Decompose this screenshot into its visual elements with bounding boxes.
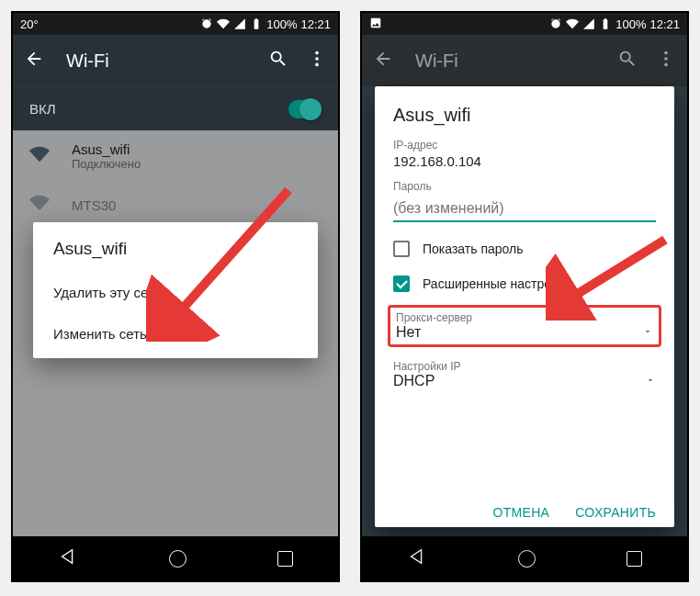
cell-signal-icon: [233, 17, 246, 30]
svg-point-2: [315, 63, 319, 67]
wifi-toggle-row[interactable]: ВКЛ: [13, 86, 338, 130]
overflow-button[interactable]: [307, 49, 327, 73]
status-bar: 100% 12:21: [362, 13, 687, 35]
alarm-icon: [549, 17, 562, 30]
page-title: Wi-Fi: [66, 51, 250, 72]
svg-point-4: [664, 51, 668, 55]
checkbox-unchecked-icon: [393, 241, 410, 257]
back-button[interactable]: [24, 49, 44, 73]
nav-home-button[interactable]: [518, 550, 536, 568]
ip-address-label: IP-адрес: [393, 139, 656, 152]
advanced-settings-label: Расширенные настройки: [423, 276, 571, 291]
battery-icon: [599, 17, 612, 30]
cancel-button[interactable]: ОТМЕНА: [493, 505, 550, 520]
battery-icon: [250, 17, 263, 30]
network-context-menu: Asus_wifi Удалить эту сеть Изменить сеть: [33, 222, 318, 358]
ip-settings-dropdown[interactable]: Настройки IP DHCP: [393, 360, 656, 389]
overflow-button[interactable]: [656, 49, 676, 73]
phone-right: 100% 12:21 Wi-Fi Asus_wifi IP-адрес 192.…: [360, 11, 689, 582]
modify-network-item[interactable]: Изменить сеть: [33, 313, 318, 354]
delete-network-item[interactable]: Удалить эту сеть: [33, 272, 318, 313]
show-password-label: Показать пароль: [423, 242, 524, 256]
nav-home-button[interactable]: [169, 550, 186, 568]
search-button[interactable]: [268, 49, 288, 73]
checkbox-checked-icon: [393, 276, 410, 292]
search-button[interactable]: [617, 49, 638, 73]
dialog-title: Asus_wifi: [393, 105, 656, 126]
status-battery-pct: 100%: [266, 17, 297, 31]
page-title: Wi-Fi: [415, 51, 599, 72]
wifi-switch[interactable]: [288, 100, 322, 118]
nav-back-button[interactable]: [407, 546, 427, 570]
nav-bar: [13, 536, 338, 580]
search-icon: [617, 49, 638, 69]
password-label: Пароль: [393, 180, 656, 193]
nav-bar: [362, 536, 687, 580]
app-bar: Wi-Fi: [13, 35, 338, 86]
proxy-label: Прокси-сервер: [396, 311, 653, 324]
app-bar: Wi-Fi: [362, 35, 687, 86]
alarm-icon: [200, 17, 213, 30]
content-area: Asus_wifi IP-адрес 192.168.0.104 Пароль …: [362, 86, 687, 536]
proxy-value: Нет: [396, 324, 421, 341]
show-password-row[interactable]: Показать пароль: [393, 241, 656, 257]
nav-recent-button[interactable]: [627, 551, 642, 567]
search-icon: [268, 49, 288, 69]
arrow-back-icon: [24, 49, 44, 69]
context-menu-title: Asus_wifi: [33, 239, 318, 272]
wifi-signal-icon: [217, 17, 230, 30]
nav-back-button[interactable]: [58, 546, 78, 570]
ip-settings-label: Настройки IP: [393, 360, 656, 373]
edit-network-dialog: Asus_wifi IP-адрес 192.168.0.104 Пароль …: [375, 86, 674, 527]
status-time: 12:21: [300, 17, 331, 31]
status-bar: 20° 100% 12:21: [13, 13, 338, 35]
svg-point-1: [315, 57, 319, 61]
ip-settings-value: DHCP: [393, 373, 435, 389]
proxy-dropdown[interactable]: Прокси-сервер Нет: [388, 305, 661, 347]
wifi-toggle-label: ВКЛ: [29, 101, 56, 117]
nav-recent-button[interactable]: [277, 551, 293, 567]
back-button[interactable]: [373, 49, 393, 73]
image-icon: [369, 17, 382, 29]
cell-signal-icon: [582, 17, 595, 30]
content-area: Asus_wifi Подключено MTS30 Asus_wifi Уда…: [13, 130, 338, 536]
advanced-settings-row[interactable]: Расширенные настройки: [393, 276, 656, 292]
status-battery-pct: 100%: [615, 17, 646, 31]
save-button[interactable]: СОХРАНИТЬ: [575, 505, 656, 520]
wifi-signal-icon: [566, 17, 579, 30]
phone-left: 20° 100% 12:21 Wi-Fi ВКЛ: [11, 11, 340, 582]
arrow-back-icon: [373, 49, 393, 69]
svg-point-5: [664, 57, 668, 61]
password-input[interactable]: [393, 195, 656, 222]
status-time: 12:21: [649, 17, 680, 31]
ip-address-value: 192.168.0.104: [393, 153, 656, 169]
svg-point-6: [664, 63, 668, 67]
svg-point-0: [315, 51, 319, 55]
more-vert-icon: [307, 49, 327, 69]
chevron-down-icon: [645, 373, 656, 389]
more-vert-icon: [656, 49, 676, 69]
status-temperature: 20°: [20, 17, 39, 31]
chevron-down-icon: [642, 324, 653, 341]
